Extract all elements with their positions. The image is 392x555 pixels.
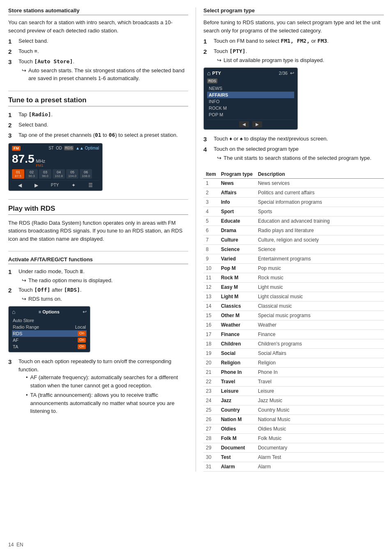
fm-badge: FM [12, 146, 21, 151]
select-program-title: Select program type [203, 7, 384, 15]
bullet-af: • AF (alternate frequency): automaticall… [26, 373, 188, 389]
prog-step-1: 1 Touch on FM band to select FM1, FM2, o… [203, 37, 384, 46]
tune-step-2: 2 Select band. [8, 121, 188, 129]
play-btn[interactable]: ▶ [35, 182, 38, 188]
step-3: 3 Touch [Auto Store]. ↪ Auto search star… [8, 58, 188, 83]
rds-icon: RDS [64, 146, 74, 150]
col-description: Description [256, 170, 384, 179]
table-row: 24JazzJazz Music [203, 396, 384, 405]
fm-sub: FM1 [36, 164, 46, 168]
activate-steps: 1 Under radio mode, Touch ≡. ↪ The radio… [8, 267, 188, 303]
table-row: 1NewsNews services [203, 179, 384, 188]
option-rds[interactable]: RDSOn [12, 330, 87, 337]
pty-item-info[interactable]: INFO [207, 98, 294, 105]
preset-row: 0187.5 0290.3 0398.0 04102.8 05104.0 [12, 169, 99, 179]
table-row: 31AlarmAlarm [203, 462, 384, 472]
preset-1[interactable]: 0187.5 [12, 169, 24, 179]
select-program-section: Select program type Before tuning to RDS… [203, 7, 384, 162]
option-af[interactable]: AFOn [12, 337, 87, 343]
radio-screen-mockup: FM ST OD RDS ▲▲ Optimal 87.5 MHz FM1 [8, 143, 103, 191]
tune-preset-steps: 1 Tap [Radio]. 2 Select band. 3 Tap one … [8, 111, 188, 140]
table-row: 9VariedEntertainment programs [203, 254, 384, 264]
preset-6[interactable]: 06108.0 [80, 169, 92, 179]
option-auto-store[interactable]: Auto Store [12, 317, 87, 324]
preset-3[interactable]: 0398.0 [39, 169, 51, 179]
pty-item-news[interactable]: NEWS [207, 85, 294, 92]
table-row: 6DramaRadio plays and literature [203, 226, 384, 235]
freq-unit: MHz [36, 159, 46, 164]
table-row: 8ScienceScience [203, 245, 384, 254]
pty-item-affairs[interactable]: AFFAIRS [207, 92, 294, 98]
col-progtype: Program type [219, 170, 256, 179]
table-row: 11Rock MRock music [203, 273, 384, 283]
pty-screen-label: PTY [212, 71, 221, 76]
table-row: 30TestAlarm Test [203, 453, 384, 462]
table-header-row: Item Program type Description [203, 170, 384, 179]
option-ta[interactable]: TAOn [12, 343, 87, 350]
tune-step-1: 1 Tap [Radio]. [8, 111, 188, 119]
star-btn[interactable]: ✦ [71, 182, 76, 188]
table-row: 17FinanceFinance [203, 330, 384, 339]
store-stations-steps: 1 Select band. 2 Touch ≡. 3 Touch [Auto … [8, 37, 188, 83]
preset-5[interactable]: 05104.0 [66, 169, 78, 179]
rds-step3-wrapper: 3 Touch on each option repeatedly to tur… [8, 357, 188, 417]
play-rds-title: Play with RDS [8, 205, 188, 215]
pty-back-icon[interactable]: ↩ [290, 70, 294, 76]
pty-prev-btn[interactable]: ◀ [239, 121, 249, 127]
pty-btn[interactable]: PTY [51, 183, 59, 187]
bullet-ta: • TA (traffic announcement): allows you … [26, 391, 188, 415]
select-program-intro: Before tuning to RDS stations, you can s… [203, 18, 384, 35]
table-row: 19SocialSocial Affairs [203, 349, 384, 358]
table-row: 7CultureCulture, religion and society [203, 235, 384, 245]
activate-af-section: Activate AF/TA/REG/CT functions 1 Under … [8, 256, 188, 417]
activate-af-title: Activate AF/TA/REG/CT functions [8, 256, 188, 264]
table-row: 15Other MSpecial music programs [203, 311, 384, 320]
table-row: 25CountryCountry Music [203, 405, 384, 415]
options-home-icon: ⌂ [12, 309, 15, 315]
store-stations-title: Store stations automatically [8, 7, 188, 15]
optimal-icon: ▲▲ Optimal [76, 146, 99, 150]
options-back-icon[interactable]: ↩ [83, 309, 87, 315]
table-row: 28Folk MFolk Music [203, 434, 384, 443]
pty-item-rockm[interactable]: ROCK M [207, 105, 294, 111]
table-row: 4SportSports [203, 207, 384, 216]
options-screen-title: ≡ Options [39, 309, 60, 314]
table-row: 14ClassicsClassical music [203, 302, 384, 311]
menu-btn[interactable]: ☰ [88, 182, 93, 188]
pty-next-btn[interactable]: ▶ [252, 121, 262, 127]
store-stations-section: Store stations automatically You can sea… [8, 7, 188, 83]
step-2: 2 Touch ≡. [8, 47, 188, 56]
pty-list: NEWS AFFAIRS INFO ROCK M POP M [207, 85, 294, 118]
store-stations-intro: You can search for a station with intro … [8, 18, 188, 35]
table-row: 16WeatherWeather [203, 320, 384, 330]
rds-step-3: 3 Touch on each option repeatedly to tur… [8, 357, 188, 417]
od-icon: OD [56, 146, 62, 150]
activate-step-2: 2 Touch [Off] after [RDS]. ↪ RDS turns o… [8, 286, 188, 303]
rds-bullet-list: • AF (alternate frequency): automaticall… [26, 373, 188, 415]
table-row: 5EducateEducation and advanced training [203, 216, 384, 226]
pty-counter: 2/36 [279, 71, 288, 76]
freq-display: 87.5 [12, 153, 35, 165]
preset-2[interactable]: 0290.3 [25, 169, 38, 179]
pty-item-popm[interactable]: POP M [207, 111, 294, 118]
step-1: 1 Select band. [8, 37, 188, 46]
table-row: 12Easy MLight music [203, 283, 384, 292]
table-row: 10Pop MPop music [203, 264, 384, 273]
prog-step-2: 2 Touch [PTY]. ↪ List of available progr… [203, 47, 384, 64]
table-row: 26Nation MNational Music [203, 415, 384, 424]
options-list: Auto Store Radio RangeLocal RDSOn AFOn T… [12, 317, 87, 350]
option-radio-range[interactable]: Radio RangeLocal [12, 324, 87, 330]
tune-step-3: 3 Tap one of the preset channels (01 to … [8, 131, 188, 140]
preset-4[interactable]: 04102.8 [53, 169, 65, 179]
program-type-table: Item Program type Description 1NewsNews … [203, 170, 384, 472]
page-footer: 14 EN [8, 542, 23, 548]
prog-steps-3-4: 3 Touch ♦ or ♠ to display the next/previ… [203, 135, 384, 162]
prog-step3-text: Touch ♦ or ♠ to display the next/previou… [214, 135, 384, 143]
prev-btn[interactable]: ◀ [18, 182, 22, 188]
table-row: 29DocumentDocumentary [203, 443, 384, 453]
page-number: 14 [8, 542, 14, 548]
pty-screen-mockup: ⌂ PTY 2/36 ↩ RDS NEWS AFFAIRS INFO ROCK … [203, 67, 298, 130]
select-program-steps: 1 Touch on FM band to select FM1, FM2, o… [203, 37, 384, 64]
prog-step-3: 3 Touch ♦ or ♠ to display the next/previ… [203, 135, 384, 143]
tune-preset-title: Tune to a preset station [8, 96, 188, 106]
